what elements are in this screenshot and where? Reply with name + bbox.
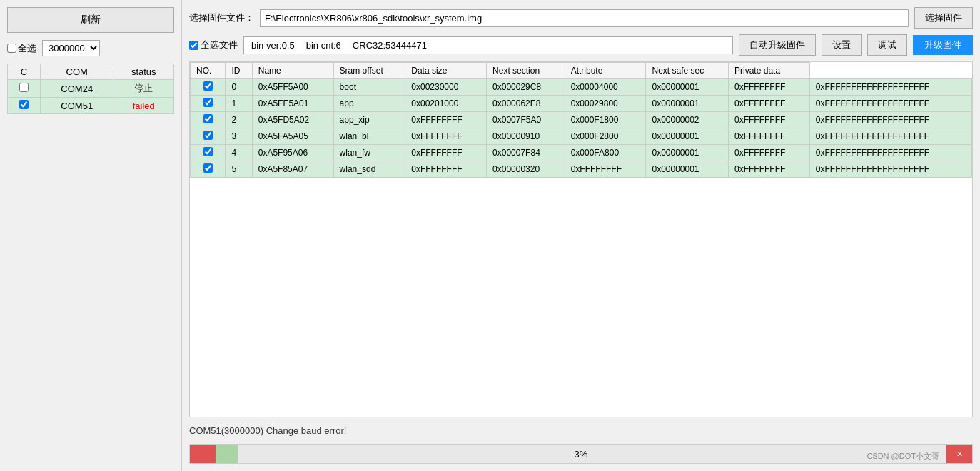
row-private-data: 0xFFFFFFFFFFFFFFFFFFFF — [809, 128, 971, 145]
com-table: C COM status COM24 停止 COM51 failed — [7, 64, 174, 114]
watermark: CSDN @DOT小文哥 — [867, 451, 939, 462]
select-all-files-label[interactable]: 全选文件 — [189, 39, 238, 51]
bin-info: bin ver:0.5 bin cnt:6 CRC32:53444471 — [243, 36, 733, 54]
row-sram-offset: 0x00230000 — [405, 79, 487, 96]
auto-upgrade-button[interactable]: 自动升级固件 — [739, 34, 816, 56]
row-attribute: 0x00000001 — [646, 161, 729, 178]
file-path-input[interactable] — [260, 9, 909, 27]
row-next-safe-sec: 0xFFFFFFFF — [729, 79, 810, 96]
com-name: COM24 — [41, 80, 113, 98]
row-name: wlan_bl — [333, 128, 405, 145]
row-next-section: 0x000F2800 — [565, 128, 646, 145]
row-checkbox[interactable] — [203, 131, 213, 140]
row-no: 5 — [226, 161, 252, 178]
table-row: 1 0xA5FE5A01 app 0x00201000 0x000062E8 0… — [191, 96, 972, 112]
col-header: Private data — [729, 63, 810, 79]
com-checkbox[interactable] — [19, 100, 29, 109]
row-no: 4 — [226, 145, 252, 161]
select-all-label[interactable]: 全选 — [7, 42, 36, 55]
row-no: 1 — [226, 96, 252, 112]
row-sram-offset: 0xFFFFFFFF — [405, 112, 487, 128]
toolbar-row: 全选文件 bin ver:0.5 bin cnt:6 CRC32:5344447… — [189, 34, 973, 56]
col-header: Data size — [405, 63, 487, 79]
table-row: 2 0xA5FD5A02 app_xip 0xFFFFFFFF 0x0007F5… — [191, 112, 972, 128]
data-table: NO.IDNameSram offsetData sizeNext sectio… — [190, 62, 972, 178]
row-name: wlan_fw — [333, 145, 405, 161]
progress-bar: 3% CSDN @DOT小文哥 ✕ — [189, 444, 973, 464]
row-next-safe-sec: 0xFFFFFFFF — [729, 96, 810, 112]
row-checkbox[interactable] — [203, 98, 213, 107]
row-private-data: 0xFFFFFFFFFFFFFFFFFFFF — [809, 96, 971, 112]
file-label: 选择固件文件： — [189, 11, 254, 24]
com-name: COM51 — [41, 98, 113, 114]
row-data-size: 0x00000910 — [487, 128, 565, 145]
col-header: Sram offset — [333, 63, 405, 79]
row-id: 0xA5FA5A05 — [252, 128, 333, 145]
row-id: 0xA5F85A07 — [252, 161, 333, 178]
upgrade-button[interactable]: 升级固件 — [913, 35, 973, 55]
row-id: 0xA5FD5A02 — [252, 112, 333, 128]
col-header: Attribute — [565, 63, 646, 79]
col-header: NO. — [191, 63, 226, 79]
col-header: Name — [252, 63, 333, 79]
row-checkbox[interactable] — [203, 114, 213, 123]
row-name: app_xip — [333, 112, 405, 128]
row-attribute: 0x00000001 — [646, 128, 729, 145]
row-no: 2 — [226, 112, 252, 128]
row-id: 0xA5FF5A00 — [252, 79, 333, 96]
row-data-size: 0x0007F5A0 — [487, 112, 565, 128]
row-private-data: 0xFFFFFFFFFFFFFFFFFFFF — [809, 145, 971, 161]
progress-fill — [216, 445, 238, 463]
row-attribute: 0x00000002 — [646, 112, 729, 128]
status-bar: COM51(3000000) Change baud error! — [189, 423, 973, 438]
baud-rate-select[interactable]: 3000000 115200 921600 1500000 — [42, 40, 100, 56]
row-attribute: 0x00000001 — [646, 145, 729, 161]
row-attribute: 0x00000001 — [646, 79, 729, 96]
row-no: 3 — [226, 128, 252, 145]
progress-red-left — [190, 445, 216, 463]
file-row: 选择固件文件： 选择固件 — [189, 7, 973, 29]
select-firmware-button[interactable]: 选择固件 — [914, 7, 973, 29]
row-sram-offset: 0x00201000 — [405, 96, 487, 112]
row-next-safe-sec: 0xFFFFFFFF — [729, 145, 810, 161]
row-next-section: 0x00004000 — [565, 79, 646, 96]
data-table-container[interactable]: NO.IDNameSram offsetData sizeNext sectio… — [189, 61, 973, 417]
bin-cnt: bin cnt:6 — [306, 40, 341, 51]
col-header: Next safe sec — [646, 63, 729, 79]
col-status: status — [113, 64, 174, 80]
com-table-row: COM51 failed — [8, 98, 174, 114]
right-panel: 选择固件文件： 选择固件 全选文件 bin ver:0.5 bin cnt:6 … — [182, 0, 980, 471]
row-sram-offset: 0xFFFFFFFF — [405, 161, 487, 178]
com-table-row: COM24 停止 — [8, 80, 174, 98]
table-row: 5 0xA5F85A07 wlan_sdd 0xFFFFFFFF 0x00000… — [191, 161, 972, 178]
row-data-size: 0x00007F84 — [487, 145, 565, 161]
row-checkbox[interactable] — [203, 81, 213, 91]
bin-crc: CRC32:53444471 — [353, 40, 427, 51]
row-attribute: 0x00000001 — [646, 96, 729, 112]
progress-end-red: ✕ — [946, 445, 972, 463]
row-next-safe-sec: 0xFFFFFFFF — [729, 128, 810, 145]
row-name: boot — [333, 79, 405, 96]
row-next-safe-sec: 0xFFFFFFFF — [729, 161, 810, 178]
select-all-row: 全选 3000000 115200 921600 1500000 — [7, 40, 174, 56]
row-private-data: 0xFFFFFFFFFFFFFFFFFFFF — [809, 112, 971, 128]
refresh-button[interactable]: 刷新 — [7, 7, 174, 33]
row-name: wlan_sdd — [333, 161, 405, 178]
select-all-files-checkbox[interactable] — [189, 41, 198, 50]
row-id: 0xA5F95A06 — [252, 145, 333, 161]
progress-bar-bg: 3% CSDN @DOT小文哥 — [216, 445, 946, 463]
table-row: 0 0xA5FF5A00 boot 0x00230000 0x000029C8 … — [191, 79, 972, 96]
settings-button[interactable]: 设置 — [822, 34, 862, 56]
com-checkbox[interactable] — [19, 83, 29, 92]
row-checkbox[interactable] — [203, 147, 213, 156]
row-checkbox[interactable] — [203, 163, 213, 173]
row-id: 0xA5FE5A01 — [252, 96, 333, 112]
com-status: 停止 — [113, 80, 174, 98]
row-name: app — [333, 96, 405, 112]
progress-text: 3% — [575, 449, 588, 460]
col-c: C — [8, 64, 41, 80]
select-all-checkbox[interactable] — [7, 44, 16, 53]
com-status: failed — [113, 98, 174, 114]
debug-button[interactable]: 调试 — [867, 34, 907, 56]
col-header: Next section — [487, 63, 565, 79]
